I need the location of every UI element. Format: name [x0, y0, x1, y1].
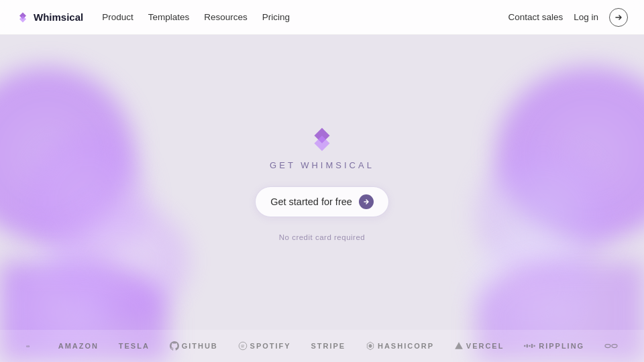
svg-point-10 [612, 345, 617, 348]
hero-sub-label: No credit card required [279, 233, 365, 241]
amazon-icon: ∞ [26, 340, 38, 352]
nav-pricing[interactable]: Pricing [262, 12, 290, 22]
svg-marker-3 [369, 344, 372, 348]
nav-links: Product Templates Resources Pricing [102, 12, 290, 22]
login-link[interactable]: Log in [574, 12, 598, 22]
logo-text: Whimsical [34, 11, 83, 23]
github-icon [170, 341, 179, 351]
vercel-icon [454, 341, 464, 351]
svg-rect-4 [524, 345, 525, 347]
svg-rect-7 [531, 344, 533, 348]
spotify-icon [238, 341, 248, 351]
brand-github: GitHub [170, 341, 218, 351]
brand-hashicorp: HashiCorp [366, 341, 434, 351]
hero-section: GET WHIMSICAL Get started for free No cr… [0, 35, 644, 330]
navbar-left: Whimsical Product Templates Resources Pr… [16, 11, 290, 24]
brand-amazon: ∞ [26, 340, 38, 352]
brand-rippling: RIPPLING [524, 342, 584, 350]
svg-text:∞: ∞ [26, 343, 31, 349]
brand-spotify: Spotify [238, 341, 291, 351]
brand-tesla: TESLA [119, 342, 150, 350]
logo-link[interactable]: Whimsical [16, 11, 83, 24]
hashicorp-icon [366, 341, 375, 351]
navbar-right: Contact sales Log in [508, 8, 628, 27]
hero-logo-area: GET WHIMSICAL [270, 124, 374, 170]
svg-rect-6 [529, 345, 530, 347]
nav-product[interactable]: Product [102, 12, 133, 22]
nav-templates[interactable]: Templates [148, 12, 190, 22]
nav-resources[interactable]: Resources [204, 12, 248, 22]
contact-sales-link[interactable]: Contact sales [508, 12, 563, 22]
arrow-right-icon [614, 13, 623, 21]
navbar-arrow-button[interactable] [609, 8, 628, 27]
brand-stripe: stripe [311, 342, 345, 350]
brand-amazon-text: amazon [58, 342, 99, 350]
svg-rect-5 [527, 345, 528, 348]
brand-meta [604, 342, 618, 350]
cta-label: Get started for free [270, 196, 352, 207]
cta-arrow-icon [359, 194, 374, 209]
rippling-icon [524, 343, 536, 349]
svg-point-9 [605, 345, 610, 348]
brands-bar: ∞ amazon TESLA GitHub Spotify stripe Has… [0, 330, 644, 362]
meta-icon [604, 342, 618, 350]
hero-whimsical-icon [307, 124, 337, 155]
arrow-icon [363, 198, 370, 205]
hero-eyebrow: GET WHIMSICAL [270, 160, 374, 170]
svg-rect-8 [534, 345, 535, 347]
navbar: Whimsical Product Templates Resources Pr… [0, 0, 644, 35]
brand-vercel: Vercel [454, 341, 504, 351]
get-started-button[interactable]: Get started for free [255, 186, 389, 217]
whimsical-logo-icon [16, 11, 30, 24]
